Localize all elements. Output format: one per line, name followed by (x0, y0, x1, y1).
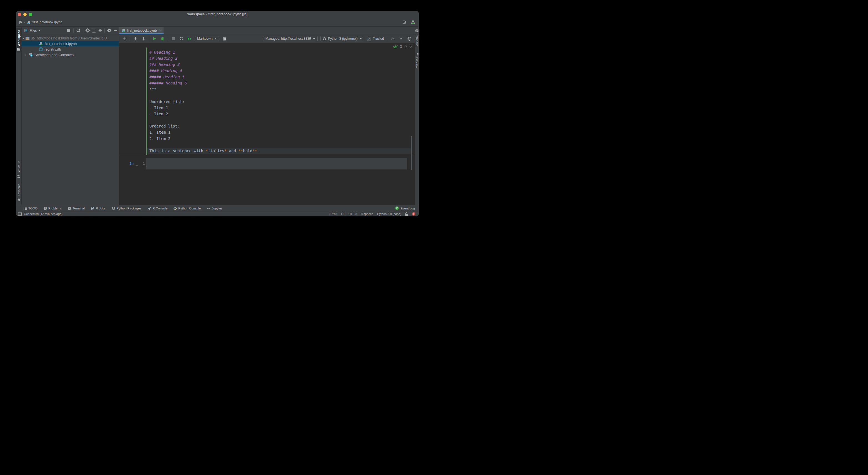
markdown-line[interactable]: - Item 1 (149, 105, 411, 111)
run-all-icon[interactable] (187, 36, 192, 41)
move-cell-up-icon[interactable] (133, 36, 138, 41)
breadcrumb-file[interactable]: first_notebook.ipynb (32, 20, 62, 24)
trusted-checkbox[interactable]: ✓ (367, 37, 371, 41)
prev-issue-icon[interactable] (404, 46, 407, 48)
markdown-line[interactable] (149, 142, 411, 148)
files-panel: Files ▾ (22, 27, 119, 205)
tool-button-problems[interactable]: Problems (43, 207, 62, 210)
tool-button-python-console[interactable]: Python Console (174, 207, 201, 210)
tree-row-registry[interactable]: registry.db (22, 47, 119, 52)
tool-tab-sciview[interactable]: SciView (415, 53, 419, 68)
tool-tab-workspace[interactable]: Workspace (16, 28, 21, 53)
tab-first-notebook[interactable]: IP first_notebook.ipynb × (119, 27, 163, 34)
tree-row-notebook[interactable]: IP first_notebook.ipynb (22, 41, 119, 47)
next-cell-icon[interactable] (398, 36, 404, 41)
event-log-badge: 2 (395, 206, 399, 210)
markdown-line[interactable]: Ordered list: (149, 123, 411, 129)
caret-position[interactable]: 57:48 (330, 212, 337, 215)
trash-icon[interactable] (222, 36, 227, 41)
debug-cell-icon[interactable] (160, 36, 165, 41)
tool-tab-favorites[interactable]: Favorites (16, 184, 21, 203)
move-cell-down-icon[interactable] (141, 36, 146, 41)
server-value: Managed: http://localhost:8889 (266, 37, 311, 40)
error-icon[interactable]: ! (412, 212, 415, 215)
markdown-line[interactable]: This is a sentence with *italics* and **… (147, 148, 411, 154)
markdown-line[interactable]: ### Heading 3 (149, 61, 411, 67)
database-icon (415, 29, 418, 32)
hide-panel-icon[interactable] (114, 29, 117, 32)
layout-icon[interactable] (18, 212, 22, 215)
tool-tab-structure[interactable]: Structure (16, 161, 21, 179)
expand-all-icon[interactable] (92, 29, 96, 32)
markdown-line[interactable] (149, 117, 411, 123)
problems-icon (43, 207, 47, 210)
trusted-label: Trusted (373, 37, 384, 40)
kernel-status-icon (323, 37, 326, 40)
markdown-line[interactable]: - Item 2 (149, 111, 411, 117)
tool-button-python-packages[interactable]: Python Packages (112, 207, 142, 210)
flask-icon[interactable] (411, 20, 415, 25)
terminal-icon (68, 207, 71, 210)
file-tree: ▾ jb http://localhost:8889 from /Users/d… (22, 34, 119, 205)
code-cell[interactable]: In _ 1 (119, 158, 415, 170)
server-dropdown[interactable]: Managed: http://localhost:8889 (263, 36, 318, 41)
chevron-down-icon[interactable]: ▾ (22, 37, 26, 40)
tree-row-scratches[interactable]: › Scratches and Consoles (22, 52, 119, 58)
close-tab-icon[interactable]: × (159, 29, 161, 32)
cell-type-dropdown[interactable]: Markdown (195, 36, 219, 41)
markdown-line[interactable]: *** (149, 86, 411, 92)
tool-window-bar: TODO Problems Terminal R Jobs Python Pac… (16, 205, 419, 211)
locate-icon[interactable] (86, 28, 90, 32)
tree-row-project[interactable]: ▾ jb http://localhost:8889 from /Users/d… (22, 35, 119, 41)
run-cell-icon[interactable] (152, 36, 157, 41)
code-cell-input[interactable] (146, 158, 407, 170)
new-folder-icon[interactable] (67, 29, 71, 32)
collapse-all-icon[interactable] (98, 29, 102, 32)
edit-source-icon[interactable] (402, 20, 407, 25)
markdown-line[interactable]: # Heading 1 (149, 49, 411, 55)
chevron-right-icon[interactable]: › (24, 53, 28, 56)
lock-icon[interactable] (405, 212, 408, 216)
markdown-line[interactable]: 1. Item 1 (149, 129, 411, 135)
stop-icon[interactable] (170, 36, 176, 41)
markdown-line[interactable]: ###### Heading 6 (149, 80, 411, 86)
markdown-cell[interactable]: # Heading 1## Heading 2### Heading 3####… (146, 48, 411, 155)
window-title: workspace – first_notebook.ipynb [jb] (16, 12, 419, 16)
tool-button-r-console[interactable]: R Console (148, 207, 167, 210)
event-log-button[interactable]: 2 Event Log (395, 206, 415, 210)
tool-button-r-jobs[interactable]: R Jobs (91, 207, 106, 210)
gear-icon[interactable] (107, 28, 111, 32)
markdown-line[interactable] (149, 92, 411, 98)
indent-setting[interactable]: 4 spaces (361, 212, 373, 215)
editor-scrollbar[interactable] (411, 136, 412, 170)
add-cell-icon[interactable] (122, 36, 127, 41)
restart-kernel-icon[interactable] (179, 36, 184, 41)
file-encoding[interactable]: UTF-8 (348, 212, 357, 215)
sciview-icon (416, 53, 418, 56)
tool-button-todo[interactable]: TODO (24, 207, 37, 210)
files-scope-label[interactable]: Files (30, 29, 37, 32)
tool-button-jupyter[interactable]: Jupyter (207, 207, 222, 210)
notebook-toolbar: Markdown Managed: http://localhost:8889 … (119, 34, 415, 43)
refresh-icon[interactable] (76, 28, 80, 32)
structure-icon (18, 175, 20, 178)
markdown-line[interactable]: Unordered list: (149, 99, 411, 105)
globe-icon[interactable] (406, 36, 412, 41)
markdown-line[interactable]: ## Heading 2 (149, 55, 411, 61)
tool-button-terminal[interactable]: Terminal (68, 207, 85, 210)
markdown-line[interactable]: ##### Heading 5 (149, 74, 411, 80)
notebook-editor[interactable]: 2 # Heading 1## Heading 2### Heading 3##… (119, 43, 415, 205)
prev-cell-icon[interactable] (390, 36, 395, 41)
chevron-down-icon (360, 38, 362, 39)
interpreter[interactable]: Python 3.9 (base) (377, 212, 401, 215)
status-message[interactable]: Connected (12 minutes ago) (24, 212, 62, 215)
breadcrumb-project[interactable]: jb (19, 20, 22, 24)
editor-tab-strip: IP first_notebook.ipynb × (119, 27, 415, 34)
chevron-down-icon[interactable] (38, 30, 40, 31)
kernel-dropdown[interactable]: Python 3 (ipykernel) (320, 36, 364, 41)
line-ending[interactable]: LF (341, 212, 345, 215)
markdown-line[interactable]: #### Heading 4 (149, 68, 411, 74)
markdown-line[interactable]: 2. Item 2 (149, 136, 411, 142)
tool-tab-database[interactable]: Database (415, 29, 419, 47)
next-issue-icon[interactable] (409, 46, 412, 48)
